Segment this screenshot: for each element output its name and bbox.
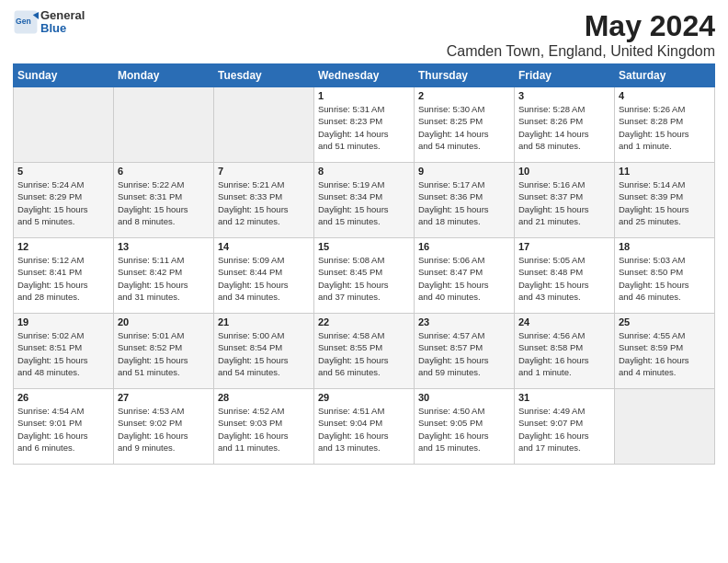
calendar-cell: 2Sunrise: 5:30 AM Sunset: 8:25 PM Daylig… [415,87,515,163]
calendar-cell: 21Sunrise: 5:00 AM Sunset: 8:54 PM Dayli… [214,314,314,389]
calendar-cell: 8Sunrise: 5:19 AM Sunset: 8:34 PM Daylig… [314,163,415,238]
calendar-cell: 6Sunrise: 5:22 AM Sunset: 8:31 PM Daylig… [114,163,214,238]
calendar-cell [114,87,214,163]
week-row-2: 5Sunrise: 5:24 AM Sunset: 8:29 PM Daylig… [14,163,715,238]
calendar-cell: 13Sunrise: 5:11 AM Sunset: 8:42 PM Dayli… [114,238,214,314]
day-number: 9 [418,166,510,177]
calendar-cell: 31Sunrise: 4:49 AM Sunset: 9:07 PM Dayli… [515,389,615,465]
calendar-cell: 16Sunrise: 5:06 AM Sunset: 8:47 PM Dayli… [415,238,515,314]
calendar-cell: 12Sunrise: 5:12 AM Sunset: 8:41 PM Dayli… [14,238,114,314]
day-header-thursday: Thursday [415,64,515,87]
logo-icon: Gen [13,9,39,35]
day-info: Sunrise: 4:53 AM Sunset: 9:02 PM Dayligh… [118,405,210,454]
day-info: Sunrise: 5:06 AM Sunset: 8:47 PM Dayligh… [418,254,510,303]
day-info: Sunrise: 5:03 AM Sunset: 8:50 PM Dayligh… [619,254,711,303]
day-info: Sunrise: 4:51 AM Sunset: 9:04 PM Dayligh… [318,405,410,454]
calendar-cell [615,389,715,465]
day-number: 21 [218,316,310,327]
day-number: 16 [418,241,510,252]
calendar-cell: 4Sunrise: 5:26 AM Sunset: 8:28 PM Daylig… [615,87,715,163]
calendar-cell: 5Sunrise: 5:24 AM Sunset: 8:29 PM Daylig… [14,163,114,238]
day-info: Sunrise: 4:50 AM Sunset: 9:05 PM Dayligh… [418,405,510,454]
day-header-saturday: Saturday [615,64,715,87]
day-info: Sunrise: 5:12 AM Sunset: 8:41 PM Dayligh… [17,254,109,303]
day-number: 12 [17,241,109,252]
calendar-cell: 18Sunrise: 5:03 AM Sunset: 8:50 PM Dayli… [615,238,715,314]
calendar-cell: 9Sunrise: 5:17 AM Sunset: 8:36 PM Daylig… [415,163,515,238]
day-info: Sunrise: 5:02 AM Sunset: 8:51 PM Dayligh… [17,329,109,378]
day-header-tuesday: Tuesday [214,64,314,87]
day-info: Sunrise: 5:24 AM Sunset: 8:29 PM Dayligh… [17,178,109,227]
main-title: May 2024 [447,9,715,43]
day-info: Sunrise: 5:14 AM Sunset: 8:39 PM Dayligh… [619,178,711,227]
calendar-cell: 24Sunrise: 4:56 AM Sunset: 8:58 PM Dayli… [515,314,615,389]
day-info: Sunrise: 5:21 AM Sunset: 8:33 PM Dayligh… [218,178,310,227]
day-header-monday: Monday [114,64,214,87]
day-info: Sunrise: 4:52 AM Sunset: 9:03 PM Dayligh… [218,405,310,454]
calendar-cell: 28Sunrise: 4:52 AM Sunset: 9:03 PM Dayli… [214,389,314,465]
day-number: 6 [118,166,210,177]
day-number: 5 [17,166,109,177]
calendar-cell: 25Sunrise: 4:55 AM Sunset: 8:59 PM Dayli… [615,314,715,389]
day-number: 30 [418,392,510,403]
day-number: 25 [619,316,711,327]
svg-text:Gen: Gen [16,17,31,26]
day-number: 3 [518,90,610,101]
calendar-cell: 20Sunrise: 5:01 AM Sunset: 8:52 PM Dayli… [114,314,214,389]
subtitle: Camden Town, England, United Kingdom [447,43,715,60]
calendar-cell: 19Sunrise: 5:02 AM Sunset: 8:51 PM Dayli… [14,314,114,389]
calendar-cell: 22Sunrise: 4:58 AM Sunset: 8:55 PM Dayli… [314,314,415,389]
day-number: 4 [619,90,711,101]
calendar-cell: 26Sunrise: 4:54 AM Sunset: 9:01 PM Dayli… [14,389,114,465]
day-number: 26 [17,392,109,403]
day-number: 22 [318,316,410,327]
day-number: 23 [418,316,510,327]
day-header-wednesday: Wednesday [314,64,415,87]
day-number: 19 [17,316,109,327]
day-info: Sunrise: 5:01 AM Sunset: 8:52 PM Dayligh… [118,329,210,378]
day-number: 2 [418,90,510,101]
calendar-cell: 30Sunrise: 4:50 AM Sunset: 9:05 PM Dayli… [415,389,515,465]
day-number: 1 [318,90,410,101]
logo: Gen General Blue [13,9,85,36]
header: Gen General Blue May 2024 Camden Town, E… [13,9,715,60]
logo-general: General [40,9,85,22]
page: Gen General Blue May 2024 Camden Town, E… [0,0,728,563]
title-block: May 2024 Camden Town, England, United Ki… [447,9,715,60]
week-row-4: 19Sunrise: 5:02 AM Sunset: 8:51 PM Dayli… [14,314,715,389]
day-number: 20 [118,316,210,327]
calendar-cell: 10Sunrise: 5:16 AM Sunset: 8:37 PM Dayli… [515,163,615,238]
day-info: Sunrise: 5:08 AM Sunset: 8:45 PM Dayligh… [318,254,410,303]
day-number: 18 [619,241,711,252]
day-info: Sunrise: 5:26 AM Sunset: 8:28 PM Dayligh… [619,103,711,152]
day-info: Sunrise: 5:31 AM Sunset: 8:23 PM Dayligh… [318,103,410,152]
day-number: 31 [518,392,610,403]
day-number: 29 [318,392,410,403]
calendar-cell: 17Sunrise: 5:05 AM Sunset: 8:48 PM Dayli… [515,238,615,314]
day-info: Sunrise: 5:17 AM Sunset: 8:36 PM Dayligh… [418,178,510,227]
week-row-1: 1Sunrise: 5:31 AM Sunset: 8:23 PM Daylig… [14,87,715,163]
day-info: Sunrise: 4:55 AM Sunset: 8:59 PM Dayligh… [619,329,711,378]
day-info: Sunrise: 4:49 AM Sunset: 9:07 PM Dayligh… [518,405,610,454]
day-info: Sunrise: 4:56 AM Sunset: 8:58 PM Dayligh… [518,329,610,378]
calendar-cell: 7Sunrise: 5:21 AM Sunset: 8:33 PM Daylig… [214,163,314,238]
day-number: 17 [518,241,610,252]
day-number: 24 [518,316,610,327]
day-info: Sunrise: 5:28 AM Sunset: 8:26 PM Dayligh… [518,103,610,152]
calendar-cell: 27Sunrise: 4:53 AM Sunset: 9:02 PM Dayli… [114,389,214,465]
calendar-cell: 23Sunrise: 4:57 AM Sunset: 8:57 PM Dayli… [415,314,515,389]
logo-text: General Blue [40,9,85,36]
week-row-5: 26Sunrise: 4:54 AM Sunset: 9:01 PM Dayli… [14,389,715,465]
day-number: 7 [218,166,310,177]
day-number: 15 [318,241,410,252]
day-info: Sunrise: 5:11 AM Sunset: 8:42 PM Dayligh… [118,254,210,303]
day-info: Sunrise: 4:54 AM Sunset: 9:01 PM Dayligh… [17,405,109,454]
day-number: 10 [518,166,610,177]
day-number: 13 [118,241,210,252]
day-info: Sunrise: 5:09 AM Sunset: 8:44 PM Dayligh… [218,254,310,303]
day-header-sunday: Sunday [14,64,114,87]
calendar-cell: 11Sunrise: 5:14 AM Sunset: 8:39 PM Dayli… [615,163,715,238]
calendar-cell [14,87,114,163]
week-row-3: 12Sunrise: 5:12 AM Sunset: 8:41 PM Dayli… [14,238,715,314]
day-info: Sunrise: 5:16 AM Sunset: 8:37 PM Dayligh… [518,178,610,227]
